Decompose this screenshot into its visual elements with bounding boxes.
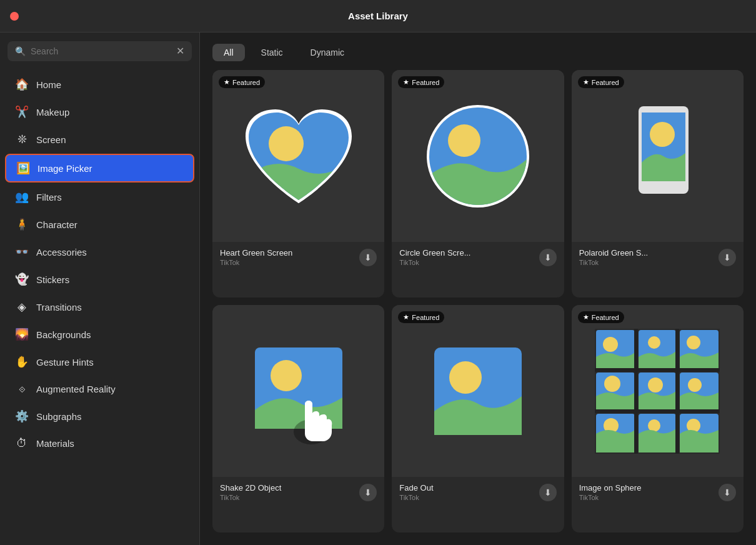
sphere-scene-svg — [595, 329, 720, 454]
accessories-icon: 👓 — [15, 245, 29, 259]
asset-text-shake: Shake 2D Object TikTok — [220, 483, 281, 501]
tab-dynamic[interactable]: Dynamic — [299, 44, 356, 61]
sidebar-item-makeup[interactable]: ✂️ Makeup — [5, 99, 194, 125]
asset-text-sphere: Image on Sphere TikTok — [579, 483, 642, 501]
nav-label-home: Home — [36, 79, 61, 90]
svg-point-26 — [648, 378, 663, 392]
featured-badge-circle: ★ Featured — [398, 76, 444, 88]
sidebar-item-home[interactable]: 🏠 Home — [5, 71, 194, 98]
nav-label-transitions: Transitions — [36, 302, 82, 312]
download-button-sphere[interactable]: ⬇ — [719, 484, 736, 501]
star-icon: ★ — [224, 78, 230, 86]
backgrounds-icon: 🌄 — [15, 328, 29, 341]
asset-name-heart: Heart Green Screen — [220, 248, 292, 258]
asset-card-circle-green-screen[interactable]: ★ Featured — [392, 70, 564, 298]
featured-badge-fade: ★ Featured — [398, 311, 444, 323]
svg-point-11 — [271, 360, 302, 391]
screen-icon: ❊ — [15, 132, 29, 146]
nav-list: 🏠 Home ✂️ Makeup ❊ Screen 🖼️ Image Picke… — [0, 70, 199, 538]
sidebar-item-transitions[interactable]: ◈ Transitions — [5, 294, 194, 320]
star-icon-circle: ★ — [403, 78, 409, 86]
download-button-circle[interactable]: ⬇ — [539, 249, 557, 266]
nav-label-accessories: Accessories — [36, 247, 87, 258]
asset-info-sphere: Image on Sphere TikTok ⬇ — [572, 477, 744, 508]
svg-point-20 — [648, 336, 660, 349]
svg-point-32 — [648, 419, 660, 432]
asset-card-heart-green-screen[interactable]: ★ Featured — [212, 70, 384, 298]
gesture-hints-icon: ✋ — [15, 355, 29, 369]
sidebar-item-accessories[interactable]: 👓 Accessories — [5, 239, 194, 265]
asset-thumbnail-heart: ★ Featured — [212, 70, 384, 242]
titlebar: Asset Library — [0, 0, 756, 32]
asset-thumbnail-circle: ★ Featured — [392, 70, 564, 242]
download-button-shake[interactable]: ⬇ — [359, 484, 377, 501]
tab-all[interactable]: All — [212, 44, 245, 61]
main-layout: 🔍 ✕ 🏠 Home ✂️ Makeup ❊ Screen 🖼️ Image P… — [0, 32, 756, 545]
nav-label-makeup: Makeup — [36, 107, 69, 118]
asset-info-circle: Circle Green Scre... TikTok ⬇ — [392, 242, 564, 272]
sidebar-item-image-picker[interactable]: 🖼️ Image Picker — [5, 154, 194, 182]
tab-static[interactable]: Static — [250, 44, 294, 61]
svg-point-28 — [688, 378, 702, 392]
nav-label-gesture-hints: Gesture Hints — [36, 357, 94, 368]
asset-source-polaroid: TikTok — [579, 259, 649, 266]
asset-thumbnail-sphere: ★ Featured — [572, 305, 744, 477]
nav-label-character: Character — [36, 219, 77, 230]
svg-point-8 — [650, 122, 675, 147]
svg-point-1 — [269, 126, 304, 161]
image-picker-icon: 🖼️ — [16, 161, 30, 175]
asset-thumbnail-shake — [212, 305, 384, 477]
materials-icon: ⏱ — [15, 437, 29, 450]
asset-source-circle: TikTok — [399, 259, 470, 266]
asset-name-shake: Shake 2D Object — [220, 483, 281, 492]
download-button-polaroid[interactable]: ⬇ — [719, 249, 736, 266]
search-input[interactable] — [31, 46, 171, 56]
clear-search-button[interactable]: ✕ — [176, 46, 184, 56]
sidebar-item-filters[interactable]: 👥 Filters — [5, 184, 194, 210]
close-button[interactable] — [10, 12, 19, 21]
asset-card-image-on-sphere[interactable]: ★ Featured — [572, 305, 744, 532]
sidebar-item-materials[interactable]: ⏱ Materials — [5, 431, 194, 456]
sidebar-item-screen[interactable]: ❊ Screen — [5, 126, 194, 152]
svg-point-24 — [604, 376, 620, 392]
asset-name-polaroid: Polaroid Green S... — [579, 248, 649, 258]
sidebar-item-augmented-reality[interactable]: ⟐ Augmented Reality — [5, 376, 194, 402]
star-icon-fade: ★ — [403, 313, 409, 321]
featured-label: Featured — [232, 79, 260, 86]
nav-label-stickers: Stickers — [36, 274, 69, 285]
asset-card-fade-out[interactable]: ★ Featured Fade Out TikTok ⬇ — [392, 305, 564, 532]
svg-point-5 — [448, 124, 480, 157]
asset-card-polaroid[interactable]: ★ Featured Polaroid Green S... TikTok — [572, 70, 744, 298]
asset-info-heart: Heart Green Screen TikTok ⬇ — [212, 242, 384, 272]
featured-label-polaroid: Featured — [592, 79, 619, 86]
search-bar[interactable]: 🔍 ✕ — [7, 41, 192, 61]
sidebar-item-character[interactable]: 🧍 Character — [5, 211, 194, 238]
nav-label-materials: Materials — [36, 438, 74, 449]
makeup-icon: ✂️ — [15, 105, 29, 119]
heart-scene-svg — [236, 94, 361, 219]
sidebar-item-stickers[interactable]: 👻 Stickers — [5, 266, 194, 292]
download-button-heart[interactable]: ⬇ — [359, 249, 377, 266]
subgraphs-icon: ⚙️ — [15, 409, 29, 423]
stickers-icon: 👻 — [15, 272, 29, 286]
asset-source-sphere: TikTok — [579, 494, 642, 501]
featured-label-fade: Featured — [412, 314, 439, 321]
sidebar-item-backgrounds[interactable]: 🌄 Backgrounds — [5, 321, 194, 348]
asset-source-heart: TikTok — [220, 259, 292, 266]
augmented-reality-icon: ⟐ — [15, 382, 29, 396]
svg-point-18 — [603, 337, 618, 352]
download-button-fade[interactable]: ⬇ — [539, 484, 557, 501]
asset-info-fade: Fade Out TikTok ⬇ — [392, 477, 564, 508]
star-icon-sphere: ★ — [583, 313, 589, 321]
sidebar-item-gesture-hints[interactable]: ✋ Gesture Hints — [5, 349, 194, 375]
circle-scene-svg — [415, 94, 540, 219]
asset-text-heart: Heart Green Screen TikTok — [220, 248, 292, 266]
asset-grid: ★ Featured — [200, 70, 756, 545]
asset-card-shake-2d[interactable]: Shake 2D Object TikTok ⬇ — [212, 305, 384, 532]
asset-source-fade: TikTok — [399, 494, 433, 501]
nav-label-screen: Screen — [36, 134, 66, 145]
sidebar: 🔍 ✕ 🏠 Home ✂️ Makeup ❊ Screen 🖼️ Image P… — [0, 32, 200, 545]
sidebar-item-subgraphs[interactable]: ⚙️ Subgraphs — [5, 403, 194, 429]
polaroid-scene-svg — [595, 94, 720, 219]
shake-scene-svg — [236, 329, 361, 454]
